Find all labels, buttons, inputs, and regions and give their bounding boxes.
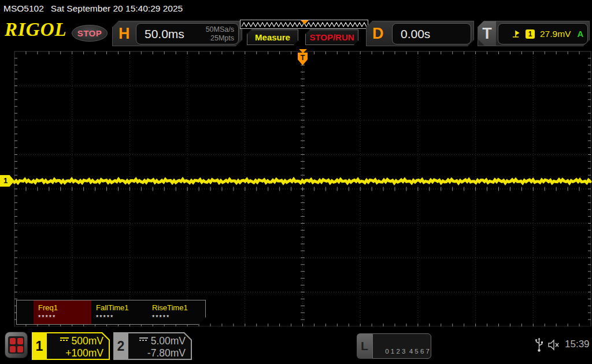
measure-button[interactable]: Measure <box>247 29 298 45</box>
timebase-value: 50.0ms <box>145 27 206 41</box>
digital-channel-list: 0 1 2 3 4 5 6 7 8 9 1011 12131415 <box>372 333 431 359</box>
channel2-settings: 5.00mV -7.80mV <box>128 333 191 359</box>
datetime-text: Sat September 20 15:40:29 2025 <box>51 3 183 13</box>
measurement-value: ***** <box>96 314 147 321</box>
speaker-muted-icon[interactable] <box>547 339 561 351</box>
channel1-trace <box>14 179 590 183</box>
toolbar: RIGOL STOP H 50.0ms 50MSa/s 25Mpts Measu… <box>0 17 592 49</box>
delay-value: 0.00s <box>401 27 430 41</box>
channel2-panel[interactable]: 2 5.00mV -7.80mV <box>113 332 192 360</box>
digital-label: L <box>357 333 372 359</box>
channel1-ground-marker[interactable]: 1 <box>0 175 14 187</box>
run-state-indicator: STOP <box>72 25 108 42</box>
dc-coupling-icon <box>139 337 148 341</box>
digital-row1: 0 1 2 3 4 5 6 7 <box>385 348 430 355</box>
bottom-bar: 1 500mV +100mV 2 5.00mV -7.80mV L 0 1 2 … <box>0 326 592 364</box>
channel1-panel[interactable]: 1 500mV +100mV <box>32 332 110 360</box>
stop-run-button[interactable]: STOP/RUN <box>305 29 358 45</box>
channel2-scale: 5.00mV <box>151 335 186 347</box>
delay-inner-box: 0.00s <box>392 23 471 44</box>
measurement-item-falltime1[interactable]: FallTime1 ***** <box>91 300 147 324</box>
rigol-logo: RIGOL <box>5 19 67 40</box>
channel1-scale: 500mV <box>72 335 103 347</box>
horizontal-panel[interactable]: H 50.0ms 50MSa/s 25Mpts <box>112 21 242 46</box>
measurement-results-panel: Freq1 ***** FallTime1 ***** RiseTime1 **… <box>16 300 206 325</box>
trigger-panel[interactable]: T 1 27.9mV A <box>478 21 590 46</box>
trigger-label: T <box>478 21 496 46</box>
digital-channels-panel[interactable]: L 0 1 2 3 4 5 6 7 8 9 1011 12131415 <box>357 333 431 359</box>
channel2-number: 2 <box>113 332 128 360</box>
trigger-position-marker[interactable]: T <box>298 53 308 65</box>
usb-icon <box>535 337 543 352</box>
measurement-name: RiseTime1 <box>152 303 205 312</box>
trigger-inner-box: 1 27.9mV A <box>498 23 588 44</box>
trigger-edge-icon <box>511 29 520 39</box>
quick-menu-button[interactable] <box>5 332 28 358</box>
trigger-mode-auto: A <box>577 29 583 39</box>
acquisition-rates: 50MSa/s 25Mpts <box>206 25 234 42</box>
clock: 15:39 <box>565 339 590 350</box>
measurement-name: Freq1 <box>38 303 91 312</box>
measurement-name: FallTime1 <box>96 303 147 312</box>
sample-rate: 50MSa/s <box>206 25 234 34</box>
channel1-offset: +100mV <box>65 347 103 359</box>
channel1-settings: 500mV +100mV <box>47 333 109 359</box>
delay-panel[interactable]: D 0.00s <box>366 21 474 46</box>
measurement-item-risetime1[interactable]: RiseTime1 ***** <box>147 300 205 324</box>
measurement-value: ***** <box>38 314 91 321</box>
overview-trigger-position-icon <box>301 20 309 24</box>
model-name: MSO5102 <box>3 3 44 13</box>
trigger-source-badge: 1 <box>526 29 535 39</box>
horizontal-inner-box: 50.0ms 50MSa/s 25Mpts <box>136 23 239 44</box>
dc-coupling-icon <box>60 337 69 341</box>
waveform-overview-bar[interactable] <box>240 20 368 29</box>
waveform-overview-thumbnail <box>240 20 368 28</box>
horizontal-label: H <box>119 22 130 45</box>
four-squares-icon <box>8 336 24 354</box>
channel2-offset: -7.80mV <box>147 347 186 359</box>
measurement-value: ***** <box>152 314 205 321</box>
channel1-number: 1 <box>32 332 47 360</box>
status-bar: MSO5102Sat September 20 15:40:29 2025 <box>0 0 592 17</box>
measurement-item-freq1[interactable]: Freq1 ***** <box>34 300 91 324</box>
trigger-level-value: 27.9mV <box>540 29 571 39</box>
delay-label: D <box>372 22 384 45</box>
trigger-top-indicator-icon[interactable] <box>299 49 307 53</box>
memory-depth: 25Mpts <box>210 34 234 42</box>
